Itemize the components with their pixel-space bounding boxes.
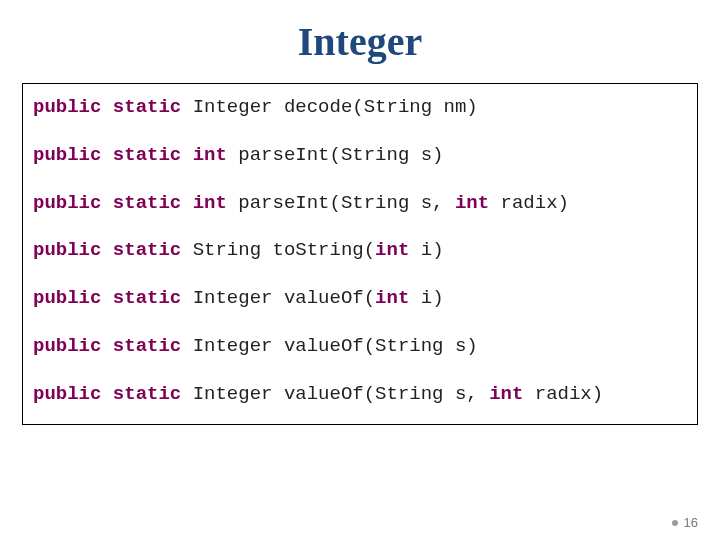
keyword-public: public (33, 335, 101, 357)
return-type: Integer (193, 335, 273, 357)
keyword-static: static (113, 335, 181, 357)
code-line: public static Integer valueOf(String s, … (33, 383, 687, 407)
keyword-int: int (489, 383, 523, 405)
signature-pre: valueOf( (284, 287, 375, 309)
signature: parseInt(String s) (238, 144, 443, 166)
code-line: public static int parseInt(String s) (33, 144, 687, 168)
return-type: int (193, 192, 227, 214)
signature-post: i) (409, 239, 443, 261)
return-type: Integer (193, 96, 273, 118)
signature: decode(String nm) (284, 96, 478, 118)
keyword-static: static (113, 239, 181, 261)
code-line: public static Integer decode(String nm) (33, 96, 687, 120)
signature-post: radix) (489, 192, 569, 214)
keyword-int: int (375, 287, 409, 309)
page-number-value: 16 (684, 515, 698, 530)
keyword-public: public (33, 144, 101, 166)
keyword-public: public (33, 383, 101, 405)
page-number: 16 (672, 515, 698, 530)
bullet-icon (672, 520, 678, 526)
keyword-public: public (33, 287, 101, 309)
keyword-static: static (113, 192, 181, 214)
return-type: String (193, 239, 261, 261)
keyword-static: static (113, 287, 181, 309)
code-line: public static String toString(int i) (33, 239, 687, 263)
keyword-public: public (33, 239, 101, 261)
keyword-static: static (113, 383, 181, 405)
signature-post: i) (409, 287, 443, 309)
keyword-static: static (113, 96, 181, 118)
signature-pre: parseInt(String s, (238, 192, 455, 214)
signature-post: radix) (523, 383, 603, 405)
slide: Integer public static Integer decode(Str… (0, 0, 720, 540)
signature: valueOf(String s) (284, 335, 478, 357)
code-line: public static Integer valueOf(int i) (33, 287, 687, 311)
signature-pre: toString( (272, 239, 375, 261)
keyword-static: static (113, 144, 181, 166)
keyword-int: int (455, 192, 489, 214)
return-type: Integer (193, 287, 273, 309)
signature-pre: valueOf(String s, (284, 383, 489, 405)
code-line: public static int parseInt(String s, int… (33, 192, 687, 216)
return-type: int (193, 144, 227, 166)
return-type: Integer (193, 383, 273, 405)
code-line: public static Integer valueOf(String s) (33, 335, 687, 359)
keyword-int: int (375, 239, 409, 261)
keyword-public: public (33, 96, 101, 118)
keyword-public: public (33, 192, 101, 214)
code-box: public static Integer decode(String nm) … (22, 83, 698, 425)
slide-title: Integer (0, 0, 720, 65)
